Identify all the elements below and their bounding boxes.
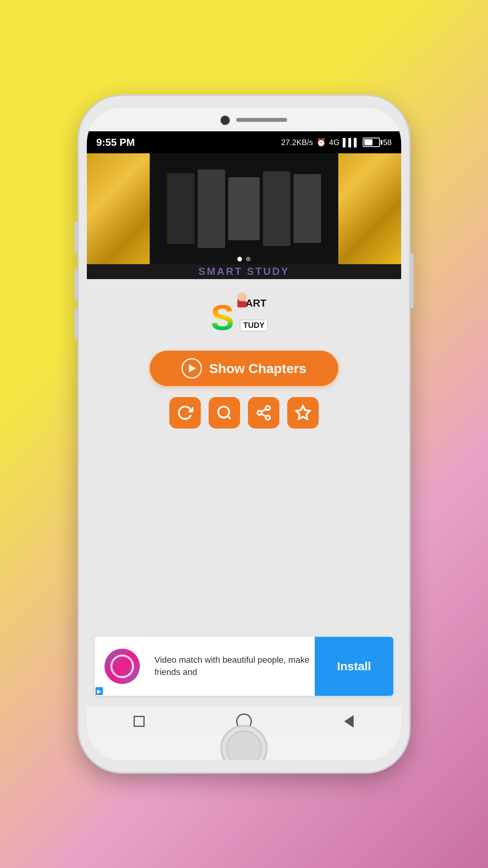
svg-line-12: [261, 409, 266, 412]
banner-title: SMART STUDY: [198, 265, 290, 278]
banner-bottom-bar: SMART STUDY: [87, 264, 401, 279]
svg-point-8: [266, 406, 270, 410]
share-button[interactable]: [248, 397, 279, 428]
nav-stop-button[interactable]: [127, 710, 151, 733]
person-5: [294, 174, 321, 243]
home-button-inner: [226, 731, 262, 760]
app-logo: S MART TUDY: [209, 292, 279, 340]
person-2: [198, 169, 225, 248]
signal-icon: ▌▌▌: [343, 138, 360, 147]
ad-install-button[interactable]: Install: [315, 637, 393, 696]
phone-speaker: [236, 118, 287, 122]
app-screen: SMART STUDY: [87, 153, 401, 737]
battery-percent: 58: [383, 138, 392, 147]
show-chapters-button[interactable]: Show Chapters: [150, 351, 338, 386]
search-icon: [216, 405, 233, 421]
logo-svg: S MART TUDY: [209, 292, 279, 340]
svg-point-4: [237, 292, 247, 302]
star-button[interactable]: [287, 397, 319, 428]
ad-badge: ▶: [95, 687, 103, 695]
svg-text:S: S: [211, 298, 234, 337]
status-bar: 9:55 PM 27.2KB/s ⏰ 4G ▌▌▌ 58: [87, 131, 401, 153]
refresh-icon: [177, 405, 193, 421]
share-icon: [255, 405, 272, 421]
show-chapters-label: Show Chapters: [209, 361, 306, 376]
banner-image: SMART STUDY: [87, 153, 401, 279]
svg-point-9: [257, 411, 262, 415]
person-3: [228, 177, 260, 240]
svg-point-6: [218, 406, 229, 417]
logo-graphic: S MART TUDY: [209, 292, 279, 340]
stop-icon: [134, 716, 145, 727]
svg-text:TUDY: TUDY: [243, 321, 265, 329]
person-4: [263, 171, 290, 246]
ad-app-icon-inner: [110, 655, 134, 678]
dot-1: [237, 257, 242, 261]
ad-app-icon: [105, 649, 140, 684]
dot-2: [246, 257, 251, 261]
battery-icon: [363, 138, 380, 147]
main-content: S MART TUDY: [87, 279, 401, 705]
network-speed: 27.2KB/s: [281, 138, 313, 147]
front-camera: [220, 116, 230, 125]
ad-install-label: Install: [337, 660, 371, 673]
nav-back-button[interactable]: [337, 710, 361, 733]
ad-text: Video match with beautiful people, make …: [150, 649, 315, 683]
phone-top-notch: [87, 108, 401, 131]
sim-icon: 4G: [329, 138, 340, 147]
phone-screen: 9:55 PM 27.2KB/s ⏰ 4G ▌▌▌ 58: [87, 108, 401, 760]
alarm-icon: ⏰: [316, 138, 326, 147]
search-button[interactable]: [209, 397, 240, 428]
back-icon: [344, 715, 354, 728]
play-triangle-icon: [189, 364, 196, 372]
ad-icon-area: [95, 637, 150, 696]
star-icon: [295, 405, 311, 421]
svg-line-11: [261, 414, 266, 417]
banner-center: [150, 153, 338, 264]
person-1: [167, 173, 194, 244]
refresh-button[interactable]: [169, 397, 201, 428]
ad-banner[interactable]: Video match with beautiful people, make …: [95, 637, 393, 696]
svg-point-10: [266, 416, 270, 420]
svg-rect-5: [237, 301, 247, 307]
banner-people: [150, 153, 338, 264]
play-circle-icon: [182, 358, 202, 379]
svg-line-7: [227, 416, 231, 419]
phone-frame: 9:55 PM 27.2KB/s ⏰ 4G ▌▌▌ 58: [79, 96, 409, 772]
home-button-area: [87, 737, 401, 760]
svg-marker-13: [296, 406, 310, 419]
action-icons-row: [169, 397, 319, 428]
battery-fill: [364, 139, 373, 145]
status-time: 9:55 PM: [96, 136, 135, 149]
banner-dots: [237, 257, 251, 261]
status-right-icons: 27.2KB/s ⏰ 4G ▌▌▌ 58: [281, 138, 392, 147]
banner-area: SMART STUDY: [87, 153, 401, 279]
